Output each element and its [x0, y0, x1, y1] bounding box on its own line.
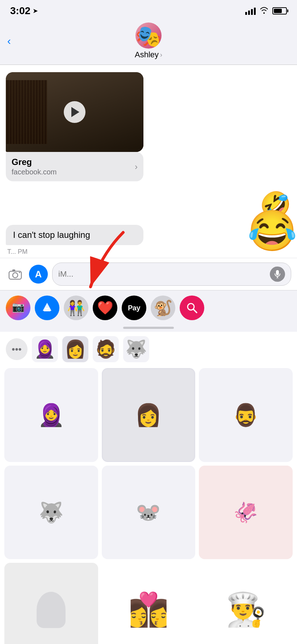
sticker-grid-row1b: 🐺 🐭 🦑	[4, 466, 293, 560]
svg-point-1	[13, 273, 18, 278]
link-info: Greg facebook.com	[12, 157, 135, 176]
appstore-tray-icon	[41, 301, 54, 314]
nav-bar: ‹ 🎭 Ashley ›	[0, 20, 297, 65]
sticker-tab-3[interactable]: 🧔	[93, 336, 119, 362]
location-icon: ➤	[33, 7, 38, 15]
signal-bars	[245, 7, 256, 15]
sticker-tab-4[interactable]: 🐺	[123, 336, 149, 362]
status-time: 3:02	[10, 5, 30, 17]
link-url: facebook.com	[12, 168, 135, 176]
tray-photos-icon[interactable]: 📷	[6, 296, 30, 320]
wifi-icon	[259, 7, 269, 16]
heart-icon: ❤️	[97, 300, 113, 315]
voice-icon	[274, 270, 281, 278]
sticker-tab-2[interactable]: 👩	[62, 336, 88, 362]
tray-search-icon[interactable]	[180, 296, 204, 320]
red-arrow	[72, 225, 130, 299]
appstore-icon: A	[35, 269, 42, 280]
tray-heart-icon[interactable]: ❤️	[93, 296, 117, 320]
more-dots-icon: •••	[12, 344, 21, 355]
tray-appstore-icon[interactable]	[35, 296, 59, 320]
status-icons	[245, 7, 287, 16]
link-chevron-icon: ›	[135, 162, 138, 172]
camera-button[interactable]	[6, 265, 25, 284]
sticker-cell-4[interactable]: 🐺	[4, 466, 98, 560]
sticker-more-button[interactable]: •••	[6, 338, 28, 360]
sticker-large-grid: 👩‍❤️‍💋‍👩 👨‍🍳	[4, 563, 293, 644]
battery-icon	[272, 7, 287, 15]
tray-memoji-icon[interactable]: 👫	[64, 296, 88, 320]
contact-center[interactable]: 🎭 Ashley ›	[135, 22, 162, 59]
photos-icon: 📷	[11, 301, 25, 315]
tray-monkey-icon[interactable]: 🐒	[151, 296, 175, 320]
sticker-grid-row1: 🧕 👩 🧔‍♂️	[4, 368, 293, 462]
play-triangle-icon	[71, 107, 79, 117]
contact-avatar: 🎭	[135, 22, 162, 49]
sticker-cell-5[interactable]: 🐭	[102, 466, 196, 560]
input-bar: A	[0, 258, 297, 290]
svg-rect-3	[19, 272, 20, 273]
appstore-button[interactable]: A	[29, 265, 48, 284]
sticker-large-cell-1[interactable]	[4, 563, 98, 644]
chevron-right-icon: ›	[160, 51, 162, 59]
sticker-tab-1[interactable]: 🧕	[32, 336, 58, 362]
link-name: Greg	[12, 157, 135, 167]
sticker-picker: ••• 🧕 👩 🧔 🐺 🧕 👩 🧔‍♂️ 🐺 🐭 🦑	[0, 332, 297, 644]
sticker-cell-3[interactable]: 🧔‍♂️	[199, 368, 293, 462]
svg-rect-2	[12, 269, 15, 272]
video-play-button[interactable]	[64, 101, 85, 123]
link-card[interactable]: Greg facebook.com ›	[6, 152, 143, 181]
input-area-container: A 😂	[0, 258, 297, 290]
home-indicator	[123, 327, 174, 329]
video-message-area: Greg facebook.com ›	[0, 65, 297, 181]
avatar-memoji: 🎭	[135, 26, 162, 47]
voice-button[interactable]	[270, 267, 285, 282]
back-button[interactable]: ‹	[7, 35, 11, 47]
svg-line-11	[193, 309, 197, 313]
messages-container: Greg facebook.com › 🤣 I can't stop laugh…	[0, 65, 297, 644]
app-tray: 📷 👫 ❤️ Pay 🐒	[0, 290, 297, 323]
sticker-cell-1[interactable]: 🧕	[4, 368, 98, 462]
tray-applepay-icon[interactable]: Pay	[122, 296, 146, 320]
svg-rect-4	[276, 270, 279, 275]
camera-icon	[8, 268, 22, 280]
status-bar: 3:02 ➤	[0, 0, 297, 20]
sticker-large-cell-2[interactable]: 👩‍❤️‍💋‍👩	[102, 563, 196, 644]
sticker-cell-6[interactable]: 🦑	[199, 466, 293, 560]
sticker-large-cell-3[interactable]: 👨‍🍳	[199, 563, 293, 644]
search-icon	[185, 301, 198, 314]
sticker-tabs: ••• 🧕 👩 🧔 🐺	[4, 336, 293, 362]
floating-memoji-sticker: 😂	[247, 211, 297, 251]
svg-text:📷: 📷	[12, 301, 25, 313]
video-thumbnail[interactable]	[6, 72, 143, 152]
contact-name: Ashley ›	[135, 50, 162, 59]
tray-bottom	[0, 323, 297, 332]
sticker-cell-2[interactable]: 👩	[102, 368, 196, 462]
